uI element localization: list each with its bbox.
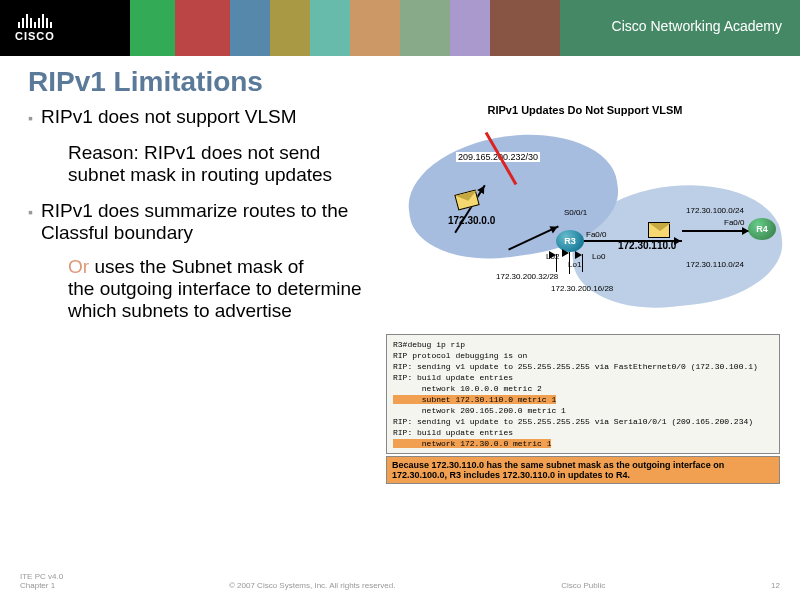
network-diagram: 209.165.200.232/30 172.30.0.0 172.30.110… — [386, 122, 781, 330]
bullet-2-text: RIPv1 does summarize routes to the Class… — [41, 200, 372, 244]
sub-2: Or uses the Subnet mask of the outgoing … — [68, 256, 372, 322]
content-row: ▪ RIPv1 does not support VLSM Reason: RI… — [0, 104, 800, 484]
bullet-1: ▪ RIPv1 does not support VLSM — [28, 106, 372, 130]
slide-footer: ITE PC v4.0 Chapter 1 © 2007 Cisco Syste… — [0, 566, 800, 600]
slide-header: CISCO Cisco Networking Academy — [0, 0, 800, 56]
diagram-column: RIPv1 Updates Do Not Support VLSM 209.16… — [380, 104, 790, 484]
slide-title: RIPv1 Limitations — [0, 56, 800, 104]
logo-text: CISCO — [15, 30, 55, 42]
iface-fa00a: Fa0/0 — [586, 230, 606, 239]
cisco-logo: CISCO — [15, 14, 55, 42]
debug-console: R3#debug ip rip RIP protocol debugging i… — [386, 334, 780, 454]
bullet-2: ▪ RIPv1 does summarize routes to the Cla… — [28, 200, 372, 244]
diagram-title: RIPv1 Updates Do Not Support VLSM — [380, 104, 790, 116]
ip-label-1: 172.30.0.0 — [446, 215, 497, 226]
envelope-icon — [648, 222, 670, 238]
text-column: ▪ RIPv1 does not support VLSM Reason: RI… — [0, 104, 380, 484]
bullet-icon: ▪ — [28, 200, 33, 244]
iface-s001: S0/0/1 — [564, 208, 587, 217]
ip-label-2: 172.30.110.0 — [616, 240, 678, 251]
lo1-label: Lo1 — [568, 260, 581, 269]
footer-right: Cisco Public — [561, 581, 605, 590]
academy-label: Cisco Networking Academy — [612, 18, 782, 34]
note-box: Because 172.30.110.0 has the same subnet… — [386, 456, 780, 484]
bullet-1-text: RIPv1 does not support VLSM — [41, 106, 297, 130]
sn3-label: 172.30.110.0/24 — [686, 260, 744, 269]
sn4-label: 172.30.100.0/24 — [686, 206, 744, 215]
bullet-icon: ▪ — [28, 106, 33, 130]
footer-center: © 2007 Cisco Systems, Inc. All rights re… — [229, 581, 395, 590]
lo-line — [569, 252, 570, 274]
logo-bars-icon — [18, 14, 52, 28]
iface-fa00b: Fa0/0 — [724, 218, 744, 227]
router-r4-icon: R4 — [748, 218, 776, 240]
link-to-r4 — [682, 230, 750, 232]
page-number: 12 — [771, 581, 780, 590]
sn2-label: 172.30.200.16/28 — [551, 284, 613, 293]
sn1-label: 172.30.200.32/28 — [496, 272, 558, 281]
footer-left: ITE PC v4.0 Chapter 1 — [20, 572, 63, 590]
lo-line — [556, 254, 557, 272]
lo0-label: Lo0 — [592, 252, 605, 261]
sub-2-text: uses the Subnet mask of the outgoing int… — [68, 256, 362, 321]
lo-line — [582, 254, 583, 272]
sub-1: Reason: RIPv1 does not send subnet mask … — [68, 142, 372, 186]
or-word: Or — [68, 256, 94, 277]
